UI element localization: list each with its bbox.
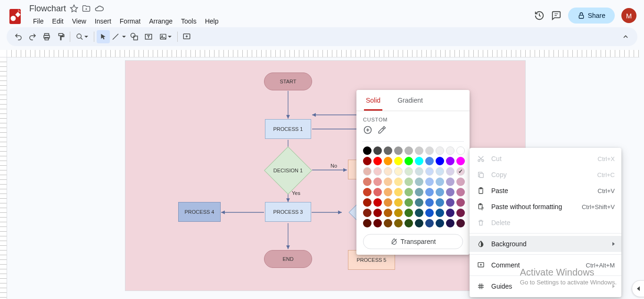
color-swatch[interactable] bbox=[415, 219, 423, 227]
color-swatch[interactable] bbox=[384, 178, 392, 186]
color-swatch[interactable] bbox=[456, 188, 465, 196]
color-swatch[interactable] bbox=[363, 209, 372, 217]
color-swatch[interactable] bbox=[456, 178, 465, 186]
context-menu-background[interactable]: Background bbox=[470, 236, 621, 252]
color-swatch[interactable] bbox=[446, 198, 454, 207]
color-swatch[interactable] bbox=[373, 146, 382, 155]
color-swatch[interactable] bbox=[425, 198, 434, 207]
shape-process1[interactable]: PROCESS 1 bbox=[265, 119, 311, 139]
shape-process3[interactable]: PROCESS 3 bbox=[265, 202, 311, 222]
color-swatch[interactable] bbox=[436, 198, 444, 207]
context-menu-paste-without-formatting[interactable]: Paste without formatting Ctrl+Shift+V bbox=[470, 199, 621, 215]
shape-end[interactable]: END bbox=[264, 250, 312, 268]
color-swatch[interactable] bbox=[415, 188, 423, 196]
color-swatch[interactable] bbox=[425, 178, 434, 186]
move-icon[interactable] bbox=[82, 4, 91, 13]
color-swatch[interactable] bbox=[405, 219, 413, 227]
tab-gradient[interactable]: Gradient bbox=[396, 90, 425, 111]
color-swatch[interactable] bbox=[394, 146, 403, 155]
undo-button[interactable] bbox=[12, 30, 25, 43]
history-icon[interactable] bbox=[534, 10, 545, 21]
color-swatch[interactable] bbox=[373, 209, 382, 217]
color-swatch[interactable] bbox=[446, 219, 454, 227]
menu-arrange[interactable]: Arrange bbox=[145, 16, 176, 27]
color-swatch[interactable] bbox=[394, 219, 403, 227]
color-swatch[interactable] bbox=[446, 146, 454, 155]
color-swatch[interactable] bbox=[405, 167, 413, 176]
color-swatch[interactable] bbox=[394, 198, 403, 207]
eyedropper-button[interactable] bbox=[377, 125, 387, 135]
color-swatch[interactable] bbox=[456, 146, 465, 155]
avatar[interactable]: M bbox=[621, 8, 636, 23]
context-menu-paste[interactable]: Paste Ctrl+V bbox=[470, 183, 621, 199]
ruler-vertical[interactable] bbox=[0, 57, 7, 299]
color-swatch[interactable] bbox=[415, 157, 423, 165]
shape-process4-left[interactable]: PROCESS 4 bbox=[178, 202, 221, 222]
comments-icon[interactable] bbox=[551, 10, 561, 21]
color-swatch[interactable] bbox=[436, 146, 444, 155]
color-swatch[interactable] bbox=[415, 146, 423, 155]
color-swatch[interactable] bbox=[384, 157, 392, 165]
color-swatch[interactable] bbox=[363, 188, 372, 196]
color-swatch[interactable] bbox=[394, 167, 403, 176]
app-logo[interactable] bbox=[8, 8, 25, 25]
star-icon[interactable] bbox=[70, 4, 78, 13]
ruler-horizontal[interactable] bbox=[7, 50, 639, 57]
color-swatch[interactable] bbox=[394, 188, 403, 196]
color-swatch[interactable] bbox=[384, 219, 392, 227]
color-swatch[interactable] bbox=[384, 188, 392, 196]
color-swatch[interactable] bbox=[456, 157, 465, 165]
color-swatch[interactable] bbox=[456, 198, 465, 207]
color-swatch[interactable] bbox=[436, 209, 444, 217]
color-swatch[interactable] bbox=[425, 157, 434, 165]
color-swatch[interactable] bbox=[456, 219, 465, 227]
color-swatch[interactable] bbox=[363, 146, 372, 155]
color-swatch[interactable] bbox=[446, 167, 454, 176]
color-swatch[interactable] bbox=[405, 209, 413, 217]
color-swatch[interactable] bbox=[363, 167, 372, 176]
color-swatch[interactable] bbox=[436, 178, 444, 186]
share-button[interactable]: Share bbox=[568, 8, 615, 24]
color-swatch[interactable] bbox=[446, 157, 454, 165]
menu-help[interactable]: Help bbox=[201, 16, 223, 27]
color-swatch[interactable] bbox=[415, 167, 423, 176]
color-swatch[interactable] bbox=[436, 167, 444, 176]
color-swatch[interactable] bbox=[373, 198, 382, 207]
color-swatch[interactable] bbox=[436, 188, 444, 196]
insert-comment-button[interactable] bbox=[180, 30, 193, 43]
color-swatch[interactable] bbox=[363, 219, 372, 227]
color-swatch[interactable] bbox=[363, 178, 372, 186]
color-swatch[interactable] bbox=[384, 198, 392, 207]
collapse-toolbar-button[interactable] bbox=[619, 30, 632, 43]
color-swatch[interactable] bbox=[363, 198, 372, 207]
transparent-button[interactable]: Transparent bbox=[363, 234, 463, 249]
color-swatch[interactable] bbox=[405, 198, 413, 207]
menu-file[interactable]: File bbox=[29, 16, 48, 27]
zoom-button[interactable] bbox=[73, 30, 91, 43]
color-swatch[interactable] bbox=[446, 209, 454, 217]
shape-tool[interactable] bbox=[128, 30, 141, 43]
paint-format-button[interactable] bbox=[54, 30, 67, 43]
add-custom-color-button[interactable] bbox=[363, 125, 372, 135]
menu-edit[interactable]: Edit bbox=[49, 16, 67, 27]
color-swatch[interactable] bbox=[456, 209, 465, 217]
color-swatch[interactable] bbox=[446, 178, 454, 186]
color-swatch[interactable] bbox=[415, 178, 423, 186]
document-title[interactable]: Flowchart bbox=[29, 4, 66, 14]
color-swatch[interactable] bbox=[446, 188, 454, 196]
color-swatch[interactable] bbox=[436, 219, 444, 227]
menu-view[interactable]: View bbox=[68, 16, 90, 27]
color-swatch[interactable] bbox=[436, 157, 444, 165]
color-swatch[interactable] bbox=[373, 219, 382, 227]
color-swatch[interactable] bbox=[373, 178, 382, 186]
print-button[interactable] bbox=[40, 30, 53, 43]
color-swatch[interactable] bbox=[425, 146, 434, 155]
line-tool[interactable] bbox=[111, 30, 120, 43]
color-swatch[interactable] bbox=[405, 146, 413, 155]
cloud-status-icon[interactable] bbox=[94, 4, 104, 13]
line-tool-dropdown[interactable] bbox=[121, 30, 127, 43]
shape-decision1[interactable]: DECISION 1 bbox=[271, 154, 305, 187]
color-swatch[interactable] bbox=[425, 167, 434, 176]
image-tool[interactable] bbox=[156, 30, 175, 43]
shape-start[interactable]: START bbox=[264, 73, 312, 90]
